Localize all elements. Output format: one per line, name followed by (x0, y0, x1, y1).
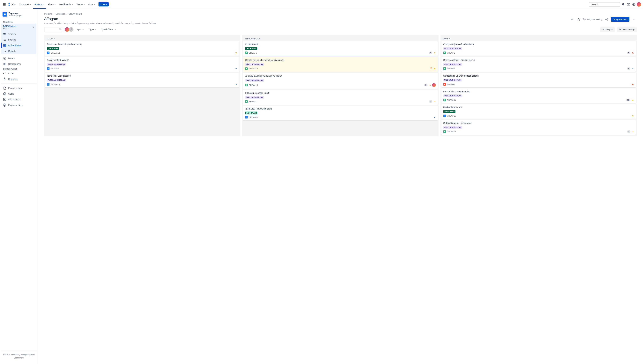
sidebar-item-code[interactable]: Code (1, 70, 36, 76)
global-search[interactable] (589, 2, 620, 6)
issue-key[interactable]: BREW-21 (447, 130, 456, 133)
story-points: 5 (627, 67, 630, 70)
sidebar-item-active-sprints[interactable]: Active sprints (1, 42, 36, 48)
sidebar-item-backlog[interactable]: Backlog (1, 37, 36, 42)
assignee-avatar[interactable] (432, 83, 436, 87)
filter-epic[interactable]: Epic (76, 27, 85, 32)
issue-card[interactable]: Social content: Week 1 FY23 LAUNCH PLAN … (45, 57, 240, 72)
nav-item-dashboards[interactable]: Dashboards▼ (58, 0, 75, 9)
issue-key[interactable]: BREW-3 (447, 68, 455, 70)
svg-point-54 (620, 29, 620, 29)
issue-type-story-icon (443, 52, 446, 54)
notifications-icon[interactable] (620, 2, 626, 7)
profile-avatar[interactable] (637, 2, 641, 6)
card-title: Comp. analysis—Food delivery (443, 43, 634, 46)
jira-logo[interactable]: Jira (7, 2, 16, 6)
priority-medium-icon (433, 100, 436, 103)
breadcrumb-item[interactable]: Espresso (56, 12, 65, 15)
issue-key[interactable]: BREW-11 (249, 84, 258, 86)
epic-tag[interactable]: QUICK WINS (443, 110, 456, 113)
issue-key[interactable]: BREW-14 (447, 99, 456, 101)
filter-type[interactable]: Type (88, 27, 97, 32)
epic-tag[interactable]: FY23 LAUNCH PLAN (443, 47, 462, 50)
sidebar-item-timeline[interactable]: Timeline (1, 31, 36, 37)
priority-highest-icon (631, 52, 634, 54)
sidebar-board-selector[interactable]: BREW board Board (1, 24, 36, 31)
issue-card[interactable]: Journey mapping workshop w/ Beanz FY23 L… (243, 73, 438, 89)
issue-card[interactable]: Content audit QUICK WINS BREW-1 4 (243, 41, 438, 56)
chevron-down-icon: ▼ (43, 4, 44, 5)
issue-card[interactable]: Taste test: Round 1 (vanilla extract) QU… (45, 41, 240, 56)
sidebar-item-reports[interactable]: Reports (1, 48, 36, 54)
sidebar-item-project-pages[interactable]: Project pages (1, 85, 36, 91)
complete-sprint-button[interactable]: Complete sprint (611, 17, 630, 22)
nav-item-projects[interactable]: Projects▼ (33, 0, 46, 9)
epic-tag[interactable]: FY23 LAUNCH PLAN (245, 96, 264, 99)
sidebar-item-releases[interactable]: Releases (1, 76, 36, 82)
epic-tag[interactable]: FY23 LAUNCH PLAN (245, 79, 264, 82)
epic-tag[interactable]: QUICK WINS (245, 47, 257, 50)
breadcrumb-item[interactable]: BREW board (69, 12, 82, 15)
epic-tag[interactable]: FY23 LAUNCH PLAN (47, 79, 66, 82)
sidebar-item-components[interactable]: Components (1, 61, 36, 67)
epic-tag[interactable]: QUICK WINS (47, 47, 59, 50)
nav-item-filters[interactable]: Filters▼ (46, 0, 58, 9)
issue-card[interactable]: Review banner ads QUICK WINS BREW-20 (442, 104, 636, 119)
issue-card[interactable]: Taste test: Flate white cups QUICK WINS … (243, 106, 438, 120)
add-people-icon[interactable] (69, 27, 74, 32)
issue-key[interactable]: BREW-1 (249, 52, 257, 54)
view-settings-button[interactable]: View settings (617, 27, 637, 32)
star-icon[interactable] (576, 17, 581, 22)
issue-card[interactable]: Something's up with the load screen FY23… (442, 73, 636, 88)
sidebar-item-project-settings[interactable]: Project settings (1, 102, 36, 108)
epic-tag[interactable]: FY23 LAUNCH PLAN (443, 126, 462, 129)
sidebar-item-issues[interactable]: Issues (1, 56, 36, 61)
priority-low-icon (235, 83, 238, 86)
issue-key[interactable]: BREW-2 (447, 52, 455, 54)
epic-tag[interactable]: QUICK WINS (245, 112, 257, 114)
global-search-input[interactable] (591, 3, 619, 6)
nav-item-apps[interactable]: Apps▼ (87, 0, 97, 9)
issue-key[interactable]: BREW-17 (249, 68, 258, 70)
automation-icon[interactable] (570, 17, 574, 22)
issue-key[interactable]: BREW-5 (51, 68, 59, 70)
issue-key[interactable]: BREW-4 (447, 83, 455, 86)
breadcrumb-item[interactable]: Projects (44, 12, 52, 15)
more-actions-button[interactable] (632, 17, 637, 22)
card-title: Review banner ads (443, 106, 634, 108)
settings-icon[interactable] (631, 2, 636, 7)
epic-tag[interactable]: FY23 LAUNCH PLAN (47, 63, 66, 66)
epic-tag[interactable]: FY23 LAUNCH PLAN (443, 94, 462, 97)
app-switcher-icon[interactable] (2, 2, 7, 7)
project-header[interactable]: Espresso Software project (1, 11, 36, 17)
sidebar-learn-more-link[interactable]: Learn more (2, 357, 35, 359)
sidebar-item-add-shortcut[interactable]: Add shortcut (1, 96, 36, 102)
issue-key[interactable]: BREW-12 (51, 52, 60, 54)
help-icon[interactable] (626, 2, 631, 7)
nav-item-your-work[interactable]: Your work▼ (18, 0, 33, 9)
create-button[interactable]: Create (98, 2, 108, 6)
issue-card[interactable]: Comp. analysis—Custom menus FY23 LAUNCH … (442, 57, 636, 72)
share-icon[interactable] (604, 17, 609, 22)
issue-card[interactable]: Comp. analysis—Food delivery FY23 LAUNCH… (442, 41, 636, 56)
epic-tag[interactable]: FY23 LAUNCH PLAN (443, 63, 462, 66)
issue-card[interactable]: Explore personas: Geoff FY23 LAUNCH PLAN… (243, 90, 438, 105)
issue-card[interactable]: Onboarding tour refinements FY23 LAUNCH … (442, 120, 636, 135)
epic-tag[interactable]: FY23 LAUNCH PLAN (443, 79, 462, 82)
issue-type-story-icon (443, 67, 446, 70)
nav-item-teams[interactable]: Teams▼ (75, 0, 87, 9)
issue-key[interactable]: BREW-20 (447, 115, 456, 117)
issue-key[interactable]: BREW-22 (249, 116, 258, 118)
issue-card[interactable]: Taste test: Latte glasses FY23 LAUNCH PL… (45, 73, 240, 88)
epic-tag[interactable]: FY23 LAUNCH PLAN (245, 63, 264, 66)
sidebar-item-goals[interactable]: Goals (1, 91, 36, 96)
issue-card[interactable]: FY23 Vision: Storyboarding FY23 LAUNCH P… (442, 88, 636, 103)
board-search[interactable] (44, 27, 63, 32)
issue-key[interactable]: BREW-10 (249, 100, 258, 103)
insights-button[interactable]: Insights (600, 27, 615, 32)
filter-quick-filters[interactable]: Quick filters (101, 27, 117, 32)
issue-key[interactable]: BREW-23 (51, 83, 60, 86)
board: TO DO3 Taste test: Round 1 (vanilla extr… (44, 35, 637, 136)
issue-card[interactable]: Update project plan with key milestones … (243, 57, 438, 72)
assignee-filter[interactable] (66, 27, 74, 32)
